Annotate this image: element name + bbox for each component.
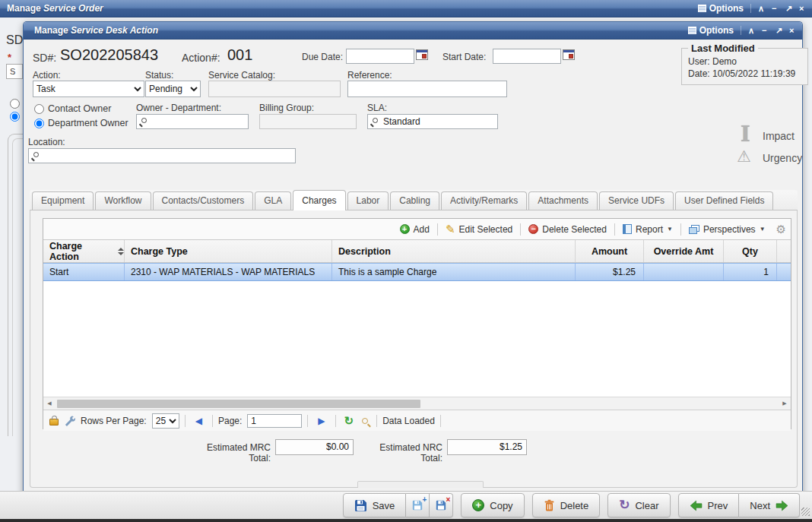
tab-charges[interactable]: Charges bbox=[293, 190, 345, 210]
dialog-minimize-button[interactable]: − bbox=[758, 25, 769, 36]
search-icon[interactable] bbox=[141, 118, 147, 123]
tab-activity-remarks[interactable]: Activity/Remarks bbox=[441, 191, 527, 210]
next-button[interactable]: Next bbox=[739, 493, 800, 517]
search-icon[interactable] bbox=[373, 118, 378, 123]
required-marker: * bbox=[8, 52, 11, 63]
dialog-options-button[interactable]: Options bbox=[684, 24, 737, 36]
department-owner-radio-row[interactable]: Department Owner bbox=[34, 118, 128, 128]
prev-label: Prev bbox=[708, 500, 728, 511]
column-header-override-amt[interactable]: Override Amt bbox=[644, 240, 724, 262]
report-icon bbox=[623, 224, 632, 234]
sla-field bbox=[367, 114, 498, 129]
background-partial-input[interactable]: S bbox=[6, 64, 23, 79]
previous-page-icon[interactable]: ◀ bbox=[191, 416, 207, 426]
tab-gla[interactable]: GLA bbox=[255, 191, 291, 210]
lock-icon[interactable] bbox=[49, 419, 59, 426]
start-date-input[interactable] bbox=[493, 49, 561, 64]
action-select[interactable]: Task bbox=[33, 81, 144, 97]
column-header-description[interactable]: Description bbox=[332, 240, 576, 262]
sla-input[interactable] bbox=[367, 114, 498, 129]
horizontal-scrollbar[interactable]: ◀ ▶ bbox=[43, 397, 791, 410]
dialog-options-label: Options bbox=[699, 25, 734, 36]
panel-resize-handle[interactable] bbox=[357, 481, 484, 488]
page-input[interactable] bbox=[247, 414, 302, 428]
start-date-label: Start Date: bbox=[442, 52, 486, 62]
status-label: Status: bbox=[145, 70, 173, 81]
report-label: Report bbox=[636, 224, 663, 235]
background-radio-1[interactable] bbox=[10, 99, 20, 109]
search-icon[interactable] bbox=[33, 152, 39, 157]
tab-labor[interactable]: Labor bbox=[347, 191, 389, 210]
scrollbar-thumb[interactable] bbox=[57, 400, 420, 408]
gear-icon[interactable]: ⚙ bbox=[776, 223, 786, 236]
background-radio-2[interactable] bbox=[10, 112, 20, 122]
save-button[interactable]: Save bbox=[343, 493, 407, 517]
column-header-charge-type[interactable]: Charge Type bbox=[125, 240, 332, 262]
delete-selected-button[interactable]: − Delete Selected bbox=[525, 223, 610, 236]
dialog-collapse-button[interactable]: ∧ bbox=[744, 25, 755, 36]
due-date-input[interactable] bbox=[346, 49, 414, 64]
tab-workflow[interactable]: Workflow bbox=[95, 191, 151, 210]
column-header-amount[interactable]: Amount bbox=[576, 240, 644, 262]
window-bottom-edge bbox=[0, 519, 812, 522]
dialog-title-bold: Manage bbox=[34, 25, 68, 36]
dialog-close-button[interactable]: × bbox=[785, 25, 796, 36]
last-modified-date: Date: 10/05/2022 11:19:39 bbox=[688, 68, 801, 79]
delete-button[interactable]: Delete bbox=[532, 493, 601, 517]
contact-owner-radio[interactable] bbox=[34, 104, 44, 114]
outer-minimize-button[interactable]: − bbox=[768, 3, 779, 14]
table-row[interactable]: Start 2310 - WAP MATERIALS - WAP MATERIA… bbox=[43, 263, 791, 281]
location-input[interactable] bbox=[28, 148, 296, 163]
impact-icon[interactable]: I bbox=[741, 125, 750, 144]
outer-collapse-button[interactable]: ∧ bbox=[754, 3, 765, 14]
copy-plus-icon: + bbox=[472, 499, 484, 511]
grid-pager: Rows Per Page: 25 ◀ Page: ▶ ↻ Data Load bbox=[43, 410, 791, 431]
refresh-icon[interactable]: ↻ bbox=[341, 414, 357, 428]
outer-options-button[interactable]: Options bbox=[694, 2, 747, 14]
cell-charge-type: 2310 - WAP MATERIALS - WAP MATERIALS bbox=[125, 264, 332, 280]
status-select[interactable]: Pending bbox=[145, 81, 201, 97]
add-icon: + bbox=[400, 224, 410, 234]
save-and-new-button[interactable]: + bbox=[406, 493, 430, 517]
grid-search-icon[interactable] bbox=[362, 418, 368, 424]
resize-grip[interactable] bbox=[801, 508, 810, 516]
department-owner-radio[interactable] bbox=[34, 119, 44, 128]
prev-button[interactable]: Prev bbox=[678, 493, 740, 517]
dialog-popout-button[interactable]: ↗ bbox=[772, 25, 782, 36]
contact-owner-radio-row[interactable]: Contact Owner bbox=[34, 103, 111, 114]
urgency-warning-icon[interactable]: ⚠ bbox=[737, 148, 751, 165]
sla-label: SLA: bbox=[367, 103, 387, 113]
outer-popout-button[interactable]: ↗ bbox=[782, 3, 792, 14]
scroll-right-icon[interactable]: ▶ bbox=[779, 400, 791, 407]
tab-service-udfs[interactable]: Service UDFs bbox=[599, 191, 674, 210]
tab-user-defined-fields[interactable]: User Defined Fields bbox=[675, 191, 773, 210]
rows-per-page-select[interactable]: 25 bbox=[152, 413, 179, 429]
tab-equipment[interactable]: Equipment bbox=[32, 191, 94, 210]
perspectives-button[interactable]: Perspectives ▼ bbox=[686, 223, 769, 236]
estimated-nrc-total-label: Estimated NRC Total: bbox=[359, 442, 442, 463]
cell-qty: 1 bbox=[724, 264, 777, 280]
due-date-calendar-icon[interactable] bbox=[416, 49, 428, 60]
edit-selected-button[interactable]: ✎ Edit Selected bbox=[442, 223, 515, 236]
column-header-charge-action[interactable]: Charge Action bbox=[43, 240, 125, 262]
save-and-close-button[interactable]: × bbox=[430, 493, 453, 517]
action-number-label: Action#: bbox=[182, 52, 220, 64]
column-header-spacer bbox=[777, 240, 791, 262]
next-page-icon[interactable]: ▶ bbox=[313, 416, 329, 426]
impact-label: Impact bbox=[763, 130, 795, 142]
copy-button[interactable]: + Copy bbox=[461, 493, 524, 517]
outer-close-button[interactable]: × bbox=[795, 3, 806, 14]
owner-department-input[interactable] bbox=[136, 114, 249, 129]
add-button[interactable]: + Add bbox=[397, 223, 433, 236]
perspectives-label: Perspectives bbox=[703, 224, 756, 235]
wrench-icon[interactable] bbox=[64, 415, 75, 426]
start-date-calendar-icon[interactable] bbox=[563, 49, 575, 60]
reference-input[interactable] bbox=[347, 81, 507, 97]
tab-contacts-customers[interactable]: Contacts/Customers bbox=[153, 191, 254, 210]
column-header-qty[interactable]: Qty bbox=[724, 240, 777, 262]
scroll-left-icon[interactable]: ◀ bbox=[43, 400, 56, 407]
tab-cabling[interactable]: Cabling bbox=[390, 191, 439, 210]
clear-button[interactable]: ↻ Clear bbox=[607, 493, 670, 517]
tab-attachments[interactable]: Attachments bbox=[528, 191, 598, 210]
report-button[interactable]: Report ▼ bbox=[620, 223, 676, 236]
